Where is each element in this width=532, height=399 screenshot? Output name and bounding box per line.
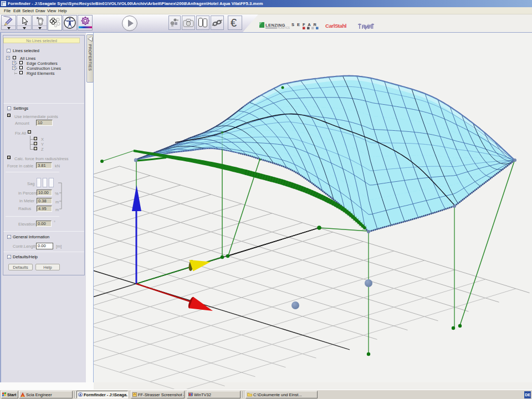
svg-text:SEFAR: SEFAR (291, 22, 319, 27)
svg-text:CarlStahl: CarlStahl (325, 23, 346, 29)
svg-text:€: € (231, 17, 237, 28)
svg-text:PLASTICS: PLASTICS (278, 27, 290, 29)
